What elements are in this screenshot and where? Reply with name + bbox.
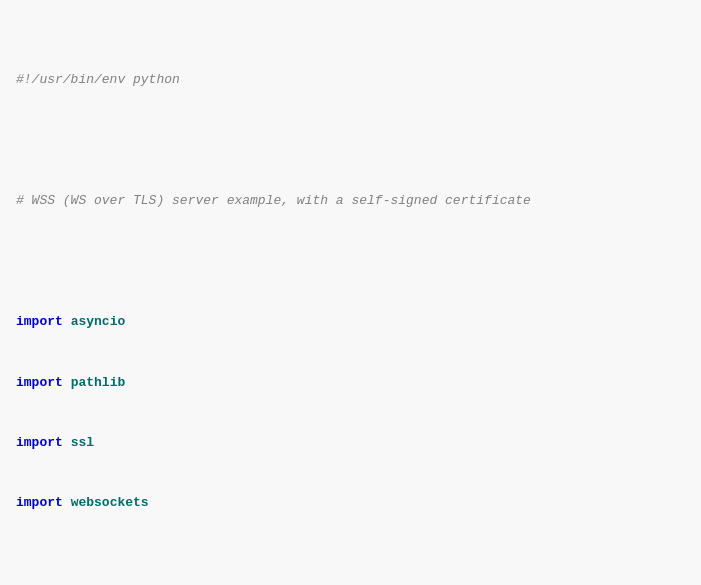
- comment-line: # WSS (WS over TLS) server example, with…: [16, 191, 685, 211]
- import3-line: import ssl: [16, 433, 685, 453]
- shebang-line: #!/usr/bin/env python: [16, 70, 685, 90]
- code-container: #!/usr/bin/env python # WSS (WS over TLS…: [0, 0, 701, 585]
- code-block: #!/usr/bin/env python # WSS (WS over TLS…: [16, 10, 685, 585]
- import2-line: import pathlib: [16, 373, 685, 393]
- import4-line: import websockets: [16, 493, 685, 513]
- import1-line: import asyncio: [16, 312, 685, 332]
